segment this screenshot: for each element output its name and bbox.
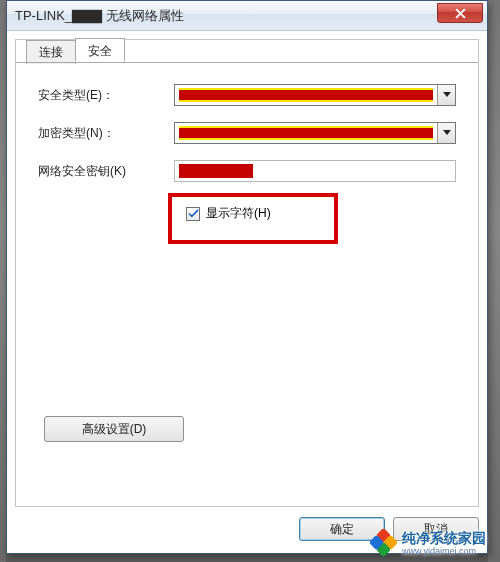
ok-button[interactable]: 确定 (299, 517, 385, 541)
show-characters-highlight: 显示字符(H) (168, 193, 338, 244)
row-network-key: 网络安全密钥(K) (38, 159, 456, 183)
encryption-type-dropdown-button[interactable] (437, 123, 455, 143)
close-button[interactable] (437, 3, 483, 23)
network-key-value-redacted (179, 164, 253, 178)
tab-strip: 连接 安全 (26, 38, 124, 62)
row-security-type: 安全类型(E)： (38, 83, 456, 107)
check-icon (188, 208, 199, 219)
show-characters-row: 显示字符(H) (186, 205, 290, 222)
chevron-down-icon (443, 92, 451, 98)
chevron-down-icon (443, 130, 451, 136)
show-characters-checkbox[interactable] (186, 207, 200, 221)
cancel-button[interactable]: 取消 (393, 517, 479, 541)
wireless-properties-dialog: TP-LINK_▇▇▇ 无线网络属性 连接 安全 安全类型(E)： 加密类型(N… (6, 0, 488, 554)
client-area: 连接 安全 安全类型(E)： 加密类型(N)： (15, 39, 479, 507)
close-icon (455, 8, 466, 19)
security-type-combobox[interactable] (174, 84, 456, 106)
advanced-settings-button[interactable]: 高级设置(D) (44, 416, 184, 442)
security-type-value-redacted (179, 88, 433, 102)
label-encryption-type: 加密类型(N)： (38, 125, 174, 142)
dialog-footer: 确定 取消 (15, 513, 479, 545)
security-panel: 安全类型(E)： 加密类型(N)： 网络安全密钥(K (16, 62, 478, 506)
label-security-type: 安全类型(E)： (38, 87, 174, 104)
tab-connect[interactable]: 连接 (26, 40, 76, 64)
label-network-key: 网络安全密钥(K) (38, 163, 174, 180)
show-characters-label: 显示字符(H) (206, 205, 271, 222)
encryption-type-combobox[interactable] (174, 122, 456, 144)
network-key-input[interactable] (174, 160, 456, 182)
titlebar: TP-LINK_▇▇▇ 无线网络属性 (7, 1, 487, 31)
row-encryption-type: 加密类型(N)： (38, 121, 456, 145)
window-title: TP-LINK_▇▇▇ 无线网络属性 (15, 7, 184, 25)
security-type-dropdown-button[interactable] (437, 85, 455, 105)
tab-security[interactable]: 安全 (75, 38, 125, 62)
encryption-type-value-redacted (179, 126, 433, 140)
